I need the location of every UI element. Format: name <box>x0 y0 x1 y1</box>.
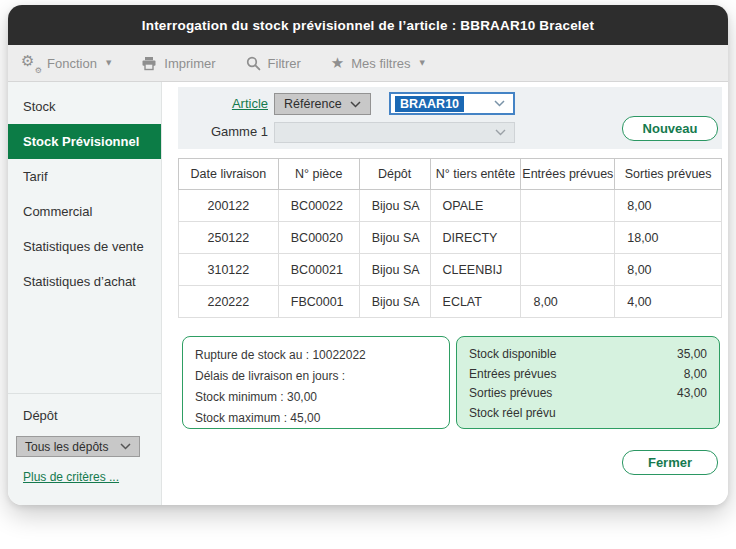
fermer-button-label: Fermer <box>648 455 692 470</box>
more-criteria-link[interactable]: Plus de critères ... <box>23 470 119 484</box>
summary-row: Stock disponible 35,00 <box>469 345 707 365</box>
cell-numero-piece: BC00020 <box>278 222 359 254</box>
chevron-down-icon <box>350 101 361 108</box>
toolbar-filtrer-button[interactable]: Filtrer <box>246 56 301 71</box>
window-title: Interrogation du stock prévisionnel de l… <box>142 18 594 33</box>
star-icon: ★ <box>331 56 344 71</box>
stock-table: Date livraison N° pièce Dépôt N° tiers e… <box>178 158 722 318</box>
column-header: Entrées prévues <box>521 159 615 190</box>
summary-value: 35,00 <box>677 345 707 365</box>
sidebar-item-stock[interactable]: Stock <box>8 89 161 124</box>
sidebar-item-label: Tarif <box>23 169 48 184</box>
sidebar-item-label: Statistiques d’achat <box>23 274 136 289</box>
stock-maximum-line: Stock maximum : 45,00 <box>195 408 437 429</box>
table-row[interactable]: 220222 FBC0001 Bijou SA ECLAT 8,00 4,00 <box>179 286 722 318</box>
sidebar-item-tarif[interactable]: Tarif <box>8 159 161 194</box>
toolbar-imprimer-button[interactable]: Imprimer <box>141 56 215 71</box>
depot-dropdown-value: Tous les dépôts <box>25 440 108 454</box>
table-row[interactable]: 200122 BC00022 Bijou SA OPALE 8,00 <box>179 190 722 222</box>
cell-sorties: 18,00 <box>615 222 722 254</box>
cell-numero-piece: BC00021 <box>278 254 359 286</box>
depot-label: Dépôt <box>8 408 161 423</box>
sidebar-item-label: Statistiques de vente <box>23 239 144 254</box>
cell-numero-piece: BC00022 <box>278 190 359 222</box>
cell-depot: Bijou SA <box>359 254 430 286</box>
window-title-bar: Interrogation du stock prévisionnel de l… <box>8 5 728 45</box>
search-icon <box>246 56 261 71</box>
cell-tiers: OPALE <box>430 190 521 222</box>
cell-numero-piece: FBC0001 <box>278 286 359 318</box>
summary-value: 43,00 <box>677 384 707 404</box>
sidebar: Stock Stock Prévisionnel Tarif Commercia… <box>8 82 162 505</box>
sidebar-nav: Stock Stock Prévisionnel Tarif Commercia… <box>8 82 161 299</box>
cell-entrees: 8,00 <box>521 286 615 318</box>
sidebar-item-statistiques-vente[interactable]: Statistiques de vente <box>8 229 161 264</box>
cell-entrees <box>521 190 615 222</box>
summary-value: 8,00 <box>684 365 707 385</box>
gears-icon: ⚙⚙ <box>22 54 40 72</box>
reference-dropdown[interactable]: Référence <box>274 93 371 115</box>
article-combobox[interactable]: BRAAR10 <box>389 92 515 115</box>
sidebar-item-stock-previsionnel[interactable]: Stock Prévisionnel <box>8 124 161 159</box>
article-combobox-value: BRAAR10 <box>395 96 464 112</box>
rupture-stock-line: Rupture de stock au : 10022022 <box>195 345 437 366</box>
chevron-down-icon <box>120 443 131 450</box>
cell-entrees <box>521 254 615 286</box>
toolbar-fonction-menu[interactable]: ⚙⚙ Fonction ▼ <box>22 54 111 72</box>
cell-depot: Bijou SA <box>359 286 430 318</box>
chevron-down-icon <box>495 129 506 136</box>
cell-date-livraison: 310122 <box>179 254 279 286</box>
nouveau-button-label: Nouveau <box>643 121 698 136</box>
app-body: Stock Stock Prévisionnel Tarif Commercia… <box>8 82 728 505</box>
toolbar-filtrer-label: Filtrer <box>268 56 301 71</box>
sidebar-item-label: Stock <box>23 99 56 114</box>
gamme-label: Gamme 1 <box>178 124 268 139</box>
sidebar-item-statistiques-achat[interactable]: Statistiques d’achat <box>8 264 161 299</box>
printer-icon <box>141 56 157 71</box>
cell-date-livraison: 200122 <box>179 190 279 222</box>
sidebar-item-label: Commercial <box>23 204 92 219</box>
caret-down-icon: ▼ <box>106 59 111 67</box>
summary-row: Sorties prévues 43,00 <box>469 384 707 404</box>
column-header: N° pièce <box>278 159 359 190</box>
column-header: Dépôt <box>359 159 430 190</box>
depot-dropdown[interactable]: Tous les dépôts <box>16 436 140 457</box>
toolbar-fonction-label: Fonction <box>47 56 97 71</box>
article-link[interactable]: Article <box>178 96 268 111</box>
column-header: Sorties prévues <box>615 159 722 190</box>
table-header-row: Date livraison N° pièce Dépôt N° tiers e… <box>179 159 722 190</box>
stock-summary-box: Stock disponible 35,00 Entrées prévues 8… <box>456 336 720 429</box>
summary-label: Stock réel prévu <box>469 404 556 424</box>
stock-info-box: Rupture de stock au : 10022022 Délais de… <box>182 336 450 429</box>
summary-label: Sorties prévues <box>469 384 552 404</box>
cell-date-livraison: 220222 <box>179 286 279 318</box>
main-panel: Article Référence BRAAR10 Gamme 1 <box>162 82 728 505</box>
cell-entrees <box>521 222 615 254</box>
stock-minimum-line: Stock minimum : 30,00 <box>195 387 437 408</box>
sidebar-item-label: Stock Prévisionnel <box>23 134 139 149</box>
delais-livraison-line: Délais de livraison en jours : <box>195 366 437 387</box>
cell-date-livraison: 250122 <box>179 222 279 254</box>
summary-label: Entrées prévues <box>469 365 556 385</box>
table-row[interactable]: 250122 BC00020 Bijou SA DIRECTY 18,00 <box>179 222 722 254</box>
cell-tiers: ECLAT <box>430 286 521 318</box>
reference-dropdown-value: Référence <box>284 97 342 111</box>
nouveau-button[interactable]: Nouveau <box>622 116 718 141</box>
cell-tiers: CLEENBIJ <box>430 254 521 286</box>
cell-tiers: DIRECTY <box>430 222 521 254</box>
gamme-dropdown[interactable] <box>274 122 515 143</box>
sidebar-item-commercial[interactable]: Commercial <box>8 194 161 229</box>
caret-down-icon: ▼ <box>419 59 424 67</box>
toolbar: ⚙⚙ Fonction ▼ Imprimer Filtrer <box>8 45 728 82</box>
cell-depot: Bijou SA <box>359 190 430 222</box>
summary-row: Entrées prévues 8,00 <box>469 365 707 385</box>
table-row[interactable]: 310122 BC00021 Bijou SA CLEENBIJ 8,00 <box>179 254 722 286</box>
toolbar-mes-filtres-menu[interactable]: ★ Mes filtres ▼ <box>331 56 425 71</box>
screen: Interrogation du stock prévisionnel de l… <box>0 0 736 549</box>
chevron-down-icon[interactable] <box>494 100 505 107</box>
depot-section: Dépôt Tous les dépôts Plus de critères .… <box>8 393 161 505</box>
toolbar-imprimer-label: Imprimer <box>164 56 215 71</box>
cell-sorties: 4,00 <box>615 286 722 318</box>
fermer-button[interactable]: Fermer <box>622 450 718 475</box>
summary-row: Stock réel prévu <box>469 404 707 424</box>
